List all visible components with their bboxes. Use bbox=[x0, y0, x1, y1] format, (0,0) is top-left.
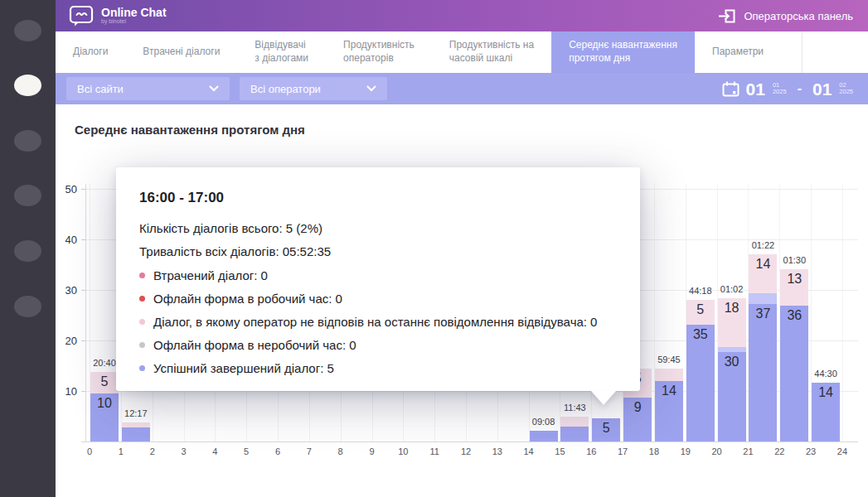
bar-hour-14[interactable] bbox=[530, 431, 558, 442]
tab-dialogs[interactable]: Діалоги bbox=[56, 31, 125, 73]
x-axis-label: 22 bbox=[774, 446, 784, 456]
filter-bar: Всі сайти Всі оператори bbox=[56, 73, 868, 104]
bar-hour-1[interactable] bbox=[122, 422, 150, 442]
date-range-separator: - bbox=[798, 81, 802, 96]
x-axis-label: 21 bbox=[743, 446, 753, 456]
segment-successful: 30 bbox=[718, 352, 746, 442]
x-axis-label: 2 bbox=[150, 446, 155, 456]
app-name: Online Chat bbox=[101, 7, 167, 18]
y-axis-label: 20 bbox=[52, 335, 77, 347]
segment-lost bbox=[560, 417, 589, 427]
legend-item-label: Офлайн форма в робочий час: 0 bbox=[153, 292, 342, 306]
tab-operator-productivity[interactable]: Продуктивністьоператорів bbox=[326, 31, 432, 73]
segment-successful: 37 bbox=[749, 304, 777, 442]
bar-hour-22[interactable]: 3613 bbox=[780, 269, 808, 442]
tooltip-legend-item-1: Офлайн форма в робочий час: 0 bbox=[139, 287, 632, 310]
tab-label: Відвідувачі bbox=[255, 39, 308, 52]
segment-successful: 9 bbox=[623, 398, 652, 442]
x-axis-label: 13 bbox=[492, 446, 502, 456]
legend-dot-icon bbox=[139, 273, 145, 278]
tab-label: протягом дня bbox=[569, 52, 677, 65]
load-bar-chart: 16:00 - 17:00 Кількість діалогів всього:… bbox=[56, 104, 868, 497]
segment-lost-value: 5 bbox=[90, 374, 119, 389]
y-axis-label: 50 bbox=[52, 183, 77, 195]
chat-bubble-icon bbox=[69, 5, 94, 27]
sidebar-avatar-4[interactable] bbox=[14, 240, 41, 262]
main-area: Online Chat by binotel Операторська пане… bbox=[56, 0, 868, 497]
x-axis-label: 20 bbox=[711, 446, 721, 456]
x-axis-label: 12 bbox=[461, 446, 471, 456]
x-axis-label: 3 bbox=[181, 446, 186, 456]
legend-item-label: Діалог, в якому оператор не відповів на … bbox=[153, 315, 597, 329]
segment-successful-value: 30 bbox=[718, 355, 746, 369]
chevron-down-icon bbox=[366, 85, 376, 92]
tab-visitors-with-dialogs[interactable]: Відвідувачіз діалогами bbox=[237, 31, 326, 73]
tooltip-legend-item-3: Офлайн форма в неробочий час: 0 bbox=[139, 333, 632, 356]
tab-bar: ДіалогиВтрачені діалогиВідвідувачіз діал… bbox=[56, 31, 868, 73]
bar-hour-23[interactable]: 14 bbox=[812, 383, 840, 442]
x-axis-label: 23 bbox=[806, 446, 816, 456]
bar-duration-label: 01:30 bbox=[769, 255, 819, 265]
segment-offline-nonworking bbox=[749, 293, 777, 304]
sidebar-avatar-5[interactable] bbox=[14, 296, 41, 317]
top-header: Online Chat by binotel Операторська пане… bbox=[56, 0, 868, 31]
sidebar-avatar-0[interactable] bbox=[14, 20, 41, 41]
tooltip-title: 16:00 - 17:00 bbox=[139, 190, 632, 206]
bar-hour-0[interactable]: 105 bbox=[90, 372, 119, 442]
tooltip-legend: Втрачений діалог: 0Офлайн форма в робочи… bbox=[139, 263, 632, 379]
bar-hour-19[interactable]: 355 bbox=[686, 300, 715, 442]
segment-lost-value: 13 bbox=[780, 272, 808, 287]
legend-dot-icon bbox=[139, 365, 145, 371]
tooltip-legend-item-0: Втрачений діалог: 0 bbox=[139, 263, 632, 287]
x-axis-label: 5 bbox=[244, 446, 249, 456]
sidebar-avatar-1[interactable] bbox=[14, 75, 41, 96]
tab-timeline-productivity[interactable]: Продуктивність начасовій шкалі bbox=[432, 31, 551, 73]
tab-settings[interactable]: Параметри bbox=[695, 31, 803, 73]
tooltip-duration-line: Тривалість всіх діалогів: 05:52:35 bbox=[139, 240, 632, 263]
app-tagline: by binotel bbox=[101, 18, 167, 25]
tab-average-load[interactable]: Середнє навантаженняпротягом дня bbox=[551, 31, 695, 73]
x-axis-label: 17 bbox=[618, 446, 628, 456]
tab-label: Продуктивність bbox=[343, 39, 415, 52]
legend-dot-icon bbox=[139, 296, 145, 302]
exit-to-panel-icon bbox=[718, 9, 735, 23]
x-axis-label: 16 bbox=[586, 446, 596, 456]
sidebar-avatar-2[interactable] bbox=[14, 130, 41, 152]
legend-item-label: Успішний завершений діалог: 5 bbox=[153, 361, 334, 375]
sites-dropdown[interactable]: Всі сайти bbox=[66, 77, 230, 100]
bar-hour-21[interactable]: 3714 bbox=[749, 254, 777, 442]
operators-dropdown[interactable]: Всі оператори bbox=[240, 77, 387, 100]
tab-label: Середнє навантаження bbox=[569, 39, 677, 52]
tooltip-arrow bbox=[591, 391, 616, 405]
chart-tooltip: 16:00 - 17:00 Кількість діалогів всього:… bbox=[116, 167, 640, 391]
calendar-icon bbox=[722, 81, 739, 97]
segment-lost: 18 bbox=[718, 298, 746, 347]
y-axis-line bbox=[85, 184, 86, 442]
bar-hour-15[interactable] bbox=[560, 417, 589, 442]
tooltip-total-line: Кількість діалогів всього: 5 (2%) bbox=[139, 217, 632, 240]
x-axis-label: 10 bbox=[398, 446, 408, 456]
bar-hour-16[interactable]: 5 bbox=[592, 418, 620, 442]
x-axis-label: 15 bbox=[555, 446, 565, 456]
segment-successful-value: 14 bbox=[655, 384, 683, 398]
bar-hour-18[interactable]: 14 bbox=[655, 369, 683, 442]
tab-lost-dialogs[interactable]: Втрачені діалоги bbox=[125, 31, 237, 73]
y-axis-label: 10 bbox=[52, 385, 77, 398]
segment-lost-value: 18 bbox=[718, 301, 746, 316]
x-axis-label: 9 bbox=[369, 446, 374, 456]
chevron-down-icon bbox=[209, 85, 219, 92]
operators-dropdown-value: Всі оператори bbox=[250, 83, 321, 95]
tab-label: Параметри bbox=[712, 46, 764, 59]
tooltip-legend-item-4: Успішний завершений діалог: 5 bbox=[139, 356, 632, 379]
x-axis-label: 18 bbox=[649, 446, 659, 456]
bar-duration-label: 44:30 bbox=[801, 369, 851, 379]
y-axis-label: 40 bbox=[52, 234, 77, 246]
operator-panel-link[interactable]: Операторська панель bbox=[718, 9, 853, 23]
bar-hour-20[interactable]: 3018 bbox=[718, 298, 746, 442]
date-to-year: 2025 bbox=[839, 89, 853, 95]
date-range-picker[interactable]: 01 01 2025 - 01 02 2025 bbox=[722, 80, 853, 98]
sidebar-avatar-3[interactable] bbox=[14, 185, 41, 206]
tab-label: Втрачені діалоги bbox=[143, 46, 220, 59]
segment-successful-value: 14 bbox=[812, 385, 840, 400]
segment-successful: 5 bbox=[592, 418, 620, 442]
